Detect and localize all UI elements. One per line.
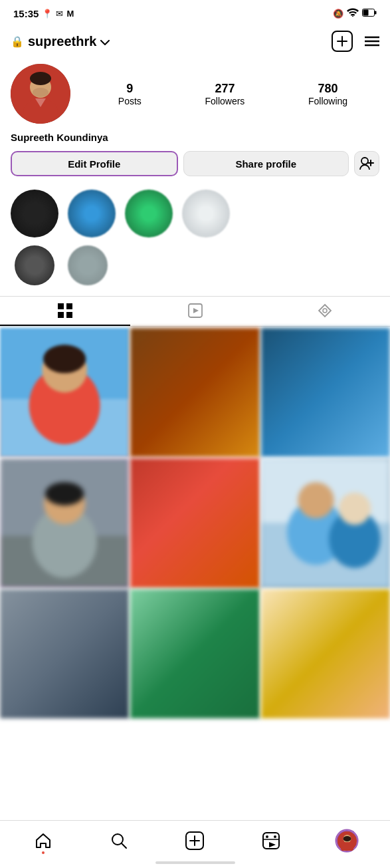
svg-point-53 <box>343 836 351 841</box>
stats-group: 9 Posts 277 Followers 780 Following <box>86 82 379 106</box>
create-button[interactable] <box>179 825 211 857</box>
nav-right <box>332 31 379 52</box>
grid-cell[interactable] <box>261 328 390 457</box>
svg-point-15 <box>361 158 368 164</box>
status-bar: 15:35 📍 ✉ M 🔕 <box>0 0 390 24</box>
menu-button[interactable] <box>365 36 379 47</box>
status-time: 15:35 <box>13 8 39 19</box>
action-buttons: Edit Profile Share profile <box>11 151 379 176</box>
svg-point-29 <box>43 345 86 373</box>
svg-rect-18 <box>58 303 64 309</box>
stories-row <box>0 187 390 245</box>
username-row[interactable]: 🔒 supreethrk <box>11 34 110 49</box>
story-item[interactable] <box>125 190 173 237</box>
profile-stats-row: 9 Posts 277 Followers 780 Following <box>11 64 379 124</box>
svg-point-12 <box>33 88 49 97</box>
followers-label: Followers <box>205 96 244 106</box>
username-text: supreethrk <box>28 34 96 49</box>
mute-icon: 🔕 <box>333 9 343 19</box>
story-item[interactable] <box>11 190 58 237</box>
story-circle <box>182 190 230 237</box>
add-content-button[interactable] <box>332 31 353 52</box>
posts-stat[interactable]: 9 Posts <box>118 82 142 106</box>
tab-reels[interactable] <box>130 297 260 326</box>
grid-cell[interactable] <box>130 328 259 457</box>
create-icon <box>185 831 204 850</box>
home-indicator <box>155 861 235 864</box>
m-icon: M <box>66 9 74 19</box>
profile-avatar-nav <box>336 830 357 851</box>
posts-count: 9 <box>126 82 133 96</box>
svg-point-48 <box>274 835 276 838</box>
svg-point-24 <box>323 309 327 313</box>
add-icon <box>332 31 353 52</box>
svg-marker-50 <box>269 842 276 847</box>
reels-icon <box>188 303 203 318</box>
search-button[interactable] <box>103 825 135 857</box>
location-icon: 📍 <box>42 9 52 19</box>
mail-icon: ✉ <box>56 9 63 19</box>
wifi-icon <box>347 8 359 19</box>
posts-label: Posts <box>118 96 142 106</box>
grid-cell[interactable] <box>261 589 390 718</box>
svg-point-38 <box>298 482 334 518</box>
story-small-1[interactable] <box>15 245 54 285</box>
svg-rect-19 <box>66 303 72 309</box>
followers-count: 277 <box>215 82 235 96</box>
grid-tabs <box>0 296 390 327</box>
grid-cell[interactable] <box>130 458 259 587</box>
photo-grid <box>0 328 390 718</box>
svg-rect-21 <box>66 312 72 318</box>
story-circle <box>11 190 58 237</box>
search-icon <box>110 832 128 849</box>
avatar-image <box>11 64 70 124</box>
tab-tagged[interactable] <box>260 297 390 326</box>
profile-button[interactable] <box>331 825 363 857</box>
battery-icon <box>362 9 377 19</box>
svg-rect-20 <box>58 312 64 318</box>
svg-point-47 <box>266 835 268 838</box>
following-label: Following <box>308 96 347 106</box>
svg-point-11 <box>30 72 51 85</box>
reels-button[interactable] <box>255 825 287 857</box>
hamburger-icon <box>365 36 379 47</box>
chevron-down-icon <box>100 37 110 47</box>
svg-marker-23 <box>193 308 199 313</box>
stories-row2 <box>0 245 390 291</box>
add-person-button[interactable] <box>354 151 379 176</box>
svg-point-40 <box>338 493 371 525</box>
home-button[interactable] <box>27 825 59 857</box>
story-item[interactable] <box>68 190 116 237</box>
avatar[interactable] <box>11 64 70 124</box>
following-count: 780 <box>318 82 338 96</box>
grid-icon <box>58 303 72 318</box>
top-nav: 🔒 supreethrk <box>0 24 390 59</box>
followers-stat[interactable]: 277 Followers <box>205 82 244 106</box>
add-person-icon <box>359 157 374 170</box>
tab-grid[interactable] <box>0 297 130 326</box>
tag-icon <box>318 303 332 318</box>
home-active-dot <box>42 851 45 854</box>
story-small-2[interactable] <box>68 245 108 285</box>
profile-name: Supreeth Koundinya <box>11 132 379 143</box>
grid-cell[interactable] <box>130 589 259 718</box>
story-circle <box>125 190 173 237</box>
story-circle <box>68 190 116 237</box>
lock-icon: 🔒 <box>11 35 24 48</box>
following-stat[interactable]: 780 Following <box>308 82 347 106</box>
profile-section: 9 Posts 277 Followers 780 Following Supr… <box>0 59 390 176</box>
grid-cell[interactable] <box>0 328 129 457</box>
svg-point-0 <box>352 16 353 17</box>
svg-rect-3 <box>375 11 377 14</box>
grid-cell[interactable] <box>0 589 129 718</box>
svg-rect-2 <box>363 9 369 15</box>
story-item[interactable] <box>182 190 230 237</box>
grid-cell[interactable] <box>0 458 129 587</box>
grid-cell[interactable] <box>261 458 390 587</box>
svg-point-34 <box>45 482 84 506</box>
reels-nav-icon <box>262 832 280 849</box>
edit-profile-button[interactable]: Edit Profile <box>11 151 178 176</box>
share-profile-button[interactable]: Share profile <box>183 151 349 176</box>
home-icon <box>35 832 52 849</box>
svg-line-42 <box>122 843 126 848</box>
